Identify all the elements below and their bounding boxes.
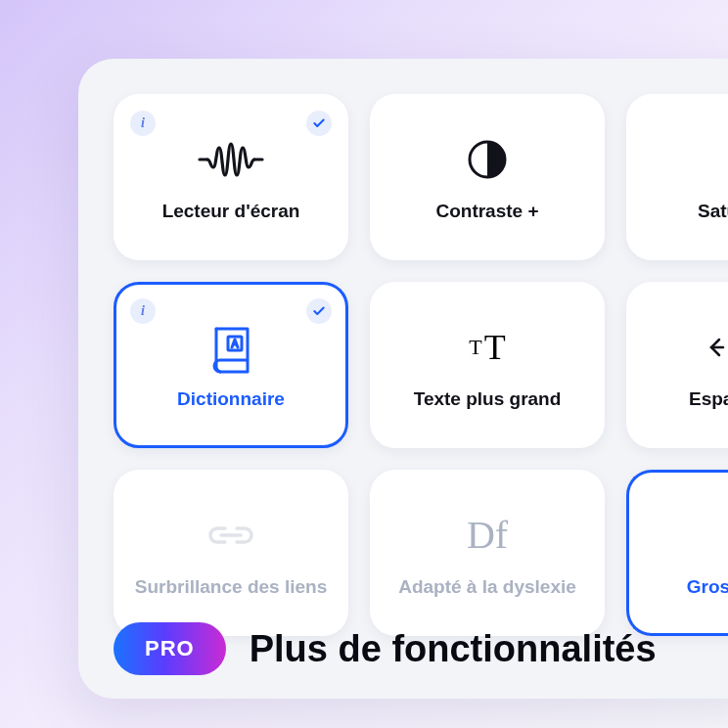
check-icon (306, 298, 332, 324)
accessibility-panel: i Lecteur d'écran Contraste + (78, 59, 728, 699)
tiles-grid: i Lecteur d'écran Contraste + (114, 94, 728, 636)
tile-screen-reader[interactable]: i Lecteur d'écran (114, 94, 348, 260)
tile-dictionary[interactable]: i Dictionnaire (114, 282, 348, 448)
spacing-icon (709, 320, 728, 375)
info-icon[interactable]: i (130, 298, 156, 324)
tile-label: Espacement (679, 388, 728, 411)
tile-label: Dictionnaire (167, 388, 295, 411)
tile-spacing[interactable]: Espacement (626, 282, 728, 448)
dictionary-icon (205, 320, 257, 375)
tile-bigger-text[interactable]: TT Texte plus grand (370, 282, 605, 448)
footer-title: Plus de fonctionnalités (250, 628, 657, 670)
pro-badge[interactable]: PRO (114, 622, 226, 675)
tile-dyslexia[interactable]: Df Adapté à la dyslexie (370, 470, 605, 636)
link-icon (204, 508, 258, 563)
tile-label: Saturation (688, 201, 728, 223)
dyslexia-icon: Df (467, 508, 508, 563)
tile-saturation[interactable]: Saturation (626, 94, 728, 260)
footer: PRO Plus de fonctionnalités (114, 622, 728, 675)
tile-label: Texte plus grand (404, 388, 571, 411)
tile-big-cursor[interactable]: Gros curseur (626, 470, 728, 636)
droplet-icon (724, 132, 728, 187)
tile-label: Contraste + (426, 201, 548, 223)
cursor-icon (722, 508, 729, 563)
info-icon[interactable]: i (130, 111, 156, 136)
text-size-icon: TT (469, 320, 505, 375)
tile-label: Surbrillance des liens (125, 576, 337, 599)
tile-link-highlight[interactable]: Surbrillance des liens (114, 470, 348, 636)
waveform-icon (196, 132, 266, 187)
tile-label: Lecteur d'écran (153, 201, 310, 223)
tile-label: Gros curseur (677, 576, 728, 599)
tile-label: Adapté à la dyslexie (388, 576, 586, 599)
tile-contrast[interactable]: Contraste + (370, 94, 605, 260)
check-icon (306, 111, 332, 136)
contrast-icon (466, 132, 509, 187)
